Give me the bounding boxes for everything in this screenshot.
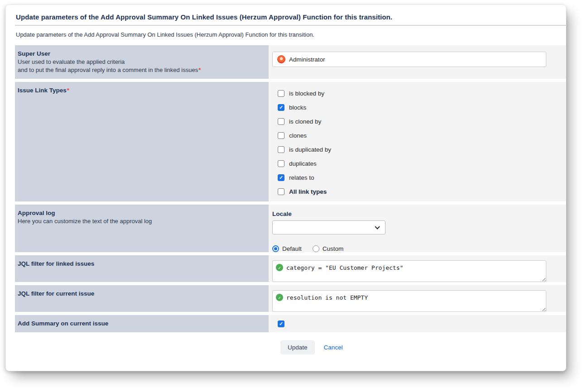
super-user-label-cell: Super User User used to evaluate the app… bbox=[15, 45, 269, 79]
cancel-link[interactable]: Cancel bbox=[324, 344, 343, 351]
link-type-label: All link types bbox=[289, 188, 327, 195]
super-user-input[interactable]: Administrator bbox=[272, 52, 546, 67]
super-user-description-line1: User used to evaluate the applied criter… bbox=[18, 58, 261, 66]
link-type-checkbox[interactable] bbox=[278, 90, 284, 97]
required-asterisk: * bbox=[198, 67, 201, 73]
jql-current-field-cell: resolution is not EMPTY bbox=[269, 285, 566, 312]
link-type-checkbox[interactable] bbox=[278, 188, 284, 195]
jql-current-value: resolution is not EMPTY bbox=[286, 294, 368, 301]
approval-log-mode-radios: DefaultCustom bbox=[272, 245, 566, 252]
issue-link-type-list: is blocked byblocksis cloned byclonesis … bbox=[269, 82, 566, 196]
link-type-option: relates to bbox=[278, 173, 566, 182]
link-type-label: is duplicated by bbox=[289, 146, 331, 153]
parameters-form: Super User User used to evaluate the app… bbox=[15, 45, 566, 332]
chevron-down-icon bbox=[375, 224, 380, 229]
link-type-label: is blocked by bbox=[289, 90, 324, 97]
jql-current-textarea[interactable]: resolution is not EMPTY bbox=[272, 290, 546, 312]
page-subtitle: Update parameters of the Add Approval Su… bbox=[16, 31, 565, 38]
approval-log-field-cell: Locale DefaultCustom bbox=[269, 205, 566, 252]
jql-linked-field-cell: category = "EU Customer Projects" bbox=[269, 255, 566, 282]
page-title: Update parameters of the Add Approval Su… bbox=[15, 12, 566, 26]
link-type-option: duplicates bbox=[278, 159, 566, 167]
add-summary-checkbox[interactable] bbox=[278, 320, 284, 327]
link-type-label: relates to bbox=[289, 174, 314, 181]
approval-log-label-cell: Approval log Here you can customize the … bbox=[15, 205, 269, 252]
row-approval-log: Approval log Here you can customize the … bbox=[15, 205, 566, 252]
link-type-label: duplicates bbox=[289, 160, 317, 167]
radio-label: Default bbox=[282, 245, 302, 252]
resize-grip-icon[interactable] bbox=[541, 306, 545, 311]
jql-linked-label: JQL filter for linked issues bbox=[18, 260, 94, 267]
link-type-checkbox[interactable] bbox=[278, 104, 284, 111]
transition-function-dialog: Update parameters of the Add Approval Su… bbox=[5, 5, 566, 371]
super-user-value: Administrator bbox=[289, 56, 325, 63]
approval-log-mode-option: Custom bbox=[313, 245, 344, 252]
check-circle-icon bbox=[276, 294, 283, 301]
jql-current-label-cell: JQL filter for current issue bbox=[15, 285, 269, 312]
issue-link-types-label-cell: Issue Link Types* bbox=[15, 82, 269, 201]
approval-log-description: Here you can customize the text of the a… bbox=[18, 217, 261, 225]
super-user-label: Super User bbox=[18, 50, 261, 58]
row-jql-current: JQL filter for current issue resolution … bbox=[15, 285, 566, 312]
super-user-field-cell: Administrator bbox=[269, 45, 566, 79]
update-button[interactable]: Update bbox=[280, 340, 315, 354]
add-summary-label-cell: Add Summary on current issue bbox=[15, 315, 269, 332]
link-type-option: clones bbox=[278, 131, 566, 139]
link-type-checkbox[interactable] bbox=[278, 132, 284, 139]
radio-default[interactable] bbox=[272, 245, 279, 252]
locale-label: Locale bbox=[272, 210, 566, 217]
add-summary-field-cell bbox=[269, 315, 566, 332]
jql-linked-textarea[interactable]: category = "EU Customer Projects" bbox=[272, 260, 546, 282]
jql-linked-value: category = "EU Customer Projects" bbox=[286, 264, 403, 271]
link-type-option: is duplicated by bbox=[278, 145, 566, 153]
link-type-option: blocks bbox=[278, 103, 566, 111]
link-type-option: is cloned by bbox=[278, 117, 566, 125]
jql-linked-label-cell: JQL filter for linked issues bbox=[15, 255, 269, 282]
radio-label: Custom bbox=[323, 245, 344, 252]
row-issue-link-types: Issue Link Types* is blocked byblocksis … bbox=[15, 82, 566, 201]
locale-select[interactable] bbox=[272, 220, 386, 234]
row-super-user: Super User User used to evaluate the app… bbox=[15, 45, 566, 79]
user-avatar-icon bbox=[277, 55, 285, 63]
row-jql-linked: JQL filter for linked issues category = … bbox=[15, 255, 566, 282]
link-type-label: blocks bbox=[289, 104, 306, 111]
super-user-description-line2: and to put the final approval reply into… bbox=[18, 66, 261, 74]
issue-link-types-field-cell: is blocked byblocksis cloned byclonesis … bbox=[269, 82, 566, 201]
approval-log-label: Approval log bbox=[18, 209, 261, 217]
resize-grip-icon[interactable] bbox=[541, 277, 545, 281]
link-type-option: is blocked by bbox=[278, 89, 566, 97]
link-type-checkbox[interactable] bbox=[278, 146, 284, 153]
required-asterisk: * bbox=[67, 87, 69, 94]
issue-link-types-label: Issue Link Types bbox=[18, 87, 67, 94]
link-type-label: is cloned by bbox=[289, 118, 321, 125]
link-type-option: All link types bbox=[278, 187, 566, 196]
add-summary-label: Add Summary on current issue bbox=[18, 320, 108, 327]
form-actions: Update Cancel bbox=[280, 340, 566, 354]
row-add-summary: Add Summary on current issue bbox=[15, 315, 566, 332]
approval-log-mode-option: Default bbox=[272, 245, 302, 252]
link-type-checkbox[interactable] bbox=[278, 160, 284, 167]
jql-current-label: JQL filter for current issue bbox=[18, 290, 94, 297]
radio-custom[interactable] bbox=[313, 245, 319, 252]
link-type-checkbox[interactable] bbox=[278, 118, 284, 125]
link-type-checkbox[interactable] bbox=[278, 174, 284, 181]
check-circle-icon bbox=[276, 264, 283, 271]
link-type-label: clones bbox=[289, 132, 307, 139]
